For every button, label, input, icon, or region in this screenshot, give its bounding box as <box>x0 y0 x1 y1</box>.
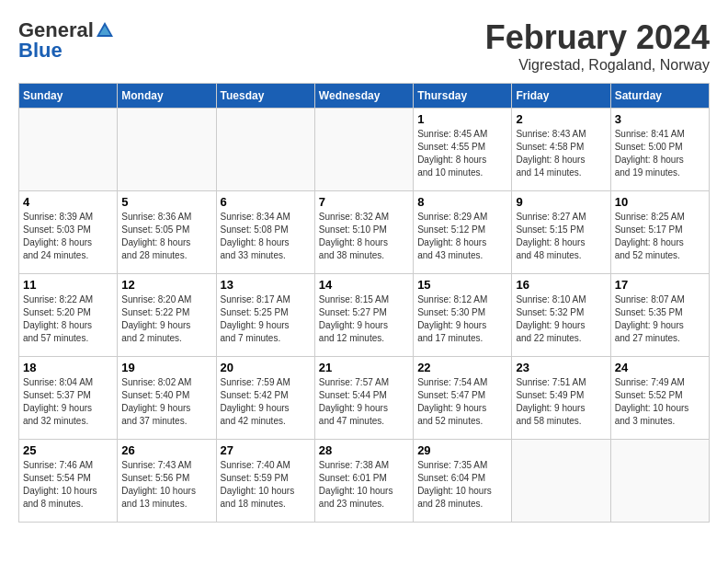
day-number: 26 <box>121 443 211 457</box>
calendar-header-row: SundayMondayTuesdayWednesdayThursdayFrid… <box>19 84 710 109</box>
day-info: Sunrise: 8:39 AM Sunset: 5:03 PM Dayligh… <box>23 211 113 262</box>
day-info: Sunrise: 8:34 AM Sunset: 5:08 PM Dayligh… <box>221 211 311 262</box>
calendar-cell: 18Sunrise: 8:04 AM Sunset: 5:37 PM Dayli… <box>19 357 118 440</box>
day-number: 15 <box>417 278 507 292</box>
day-number: 28 <box>319 443 409 457</box>
day-number: 20 <box>221 361 311 374</box>
calendar-cell: 11Sunrise: 8:22 AM Sunset: 5:20 PM Dayli… <box>19 274 118 357</box>
calendar-cell: 4Sunrise: 8:39 AM Sunset: 5:03 PM Daylig… <box>19 191 118 274</box>
header-cell-sunday: Sunday <box>19 84 118 109</box>
day-info: Sunrise: 7:40 AM Sunset: 5:59 PM Dayligh… <box>221 459 311 511</box>
day-number: 2 <box>516 112 606 126</box>
subtitle: Vigrestad, Rogaland, Norway <box>485 57 710 74</box>
header-cell-tuesday: Tuesday <box>216 84 314 109</box>
day-info: Sunrise: 8:43 AM Sunset: 4:58 PM Dayligh… <box>516 128 606 179</box>
calendar-cell: 22Sunrise: 7:54 AM Sunset: 5:47 PM Dayli… <box>414 357 512 440</box>
calendar-cell: 28Sunrise: 7:38 AM Sunset: 6:01 PM Dayli… <box>314 440 413 523</box>
calendar: SundayMondayTuesdayWednesdayThursdayFrid… <box>18 83 710 523</box>
day-info: Sunrise: 7:35 AM Sunset: 6:04 PM Dayligh… <box>417 459 507 511</box>
calendar-cell: 7Sunrise: 8:32 AM Sunset: 5:10 PM Daylig… <box>314 191 413 274</box>
header-cell-friday: Friday <box>512 84 610 109</box>
calendar-cell: 8Sunrise: 8:29 AM Sunset: 5:12 PM Daylig… <box>414 191 512 274</box>
calendar-cell: 2Sunrise: 8:43 AM Sunset: 4:58 PM Daylig… <box>512 109 610 191</box>
day-number: 29 <box>417 443 507 457</box>
calendar-cell: 19Sunrise: 8:02 AM Sunset: 5:40 PM Dayli… <box>118 357 216 440</box>
logo-icon <box>95 20 115 40</box>
calendar-cell <box>314 109 413 191</box>
day-number: 10 <box>615 195 705 209</box>
calendar-cell: 12Sunrise: 8:20 AM Sunset: 5:22 PM Dayli… <box>118 274 216 357</box>
day-info: Sunrise: 7:38 AM Sunset: 6:01 PM Dayligh… <box>319 459 409 511</box>
day-number: 13 <box>221 278 311 292</box>
month-title: February 2024 <box>485 18 710 57</box>
day-info: Sunrise: 7:46 AM Sunset: 5:54 PM Dayligh… <box>23 459 113 511</box>
calendar-week-row: 1Sunrise: 8:45 AM Sunset: 4:55 PM Daylig… <box>19 109 710 191</box>
day-info: Sunrise: 7:59 AM Sunset: 5:42 PM Dayligh… <box>221 376 311 428</box>
calendar-cell <box>19 109 118 191</box>
day-info: Sunrise: 7:57 AM Sunset: 5:44 PM Dayligh… <box>319 376 409 428</box>
logo: General Blue <box>18 18 116 63</box>
day-number: 24 <box>615 361 705 374</box>
header-cell-saturday: Saturday <box>610 84 709 109</box>
day-number: 8 <box>417 195 507 209</box>
calendar-cell: 5Sunrise: 8:36 AM Sunset: 5:05 PM Daylig… <box>118 191 216 274</box>
day-number: 14 <box>319 278 409 292</box>
logo-blue: Blue <box>18 39 63 63</box>
day-info: Sunrise: 8:32 AM Sunset: 5:10 PM Dayligh… <box>319 211 409 262</box>
calendar-week-row: 4Sunrise: 8:39 AM Sunset: 5:03 PM Daylig… <box>19 191 710 274</box>
day-info: Sunrise: 8:15 AM Sunset: 5:27 PM Dayligh… <box>319 293 409 345</box>
calendar-cell: 3Sunrise: 8:41 AM Sunset: 5:00 PM Daylig… <box>610 109 709 191</box>
day-info: Sunrise: 8:25 AM Sunset: 5:17 PM Dayligh… <box>615 211 705 262</box>
day-info: Sunrise: 8:17 AM Sunset: 5:25 PM Dayligh… <box>221 293 311 345</box>
day-info: Sunrise: 8:12 AM Sunset: 5:30 PM Dayligh… <box>417 293 507 345</box>
calendar-cell: 16Sunrise: 8:10 AM Sunset: 5:32 PM Dayli… <box>512 274 610 357</box>
day-number: 16 <box>516 278 606 292</box>
day-info: Sunrise: 7:54 AM Sunset: 5:47 PM Dayligh… <box>417 376 507 428</box>
calendar-cell: 15Sunrise: 8:12 AM Sunset: 5:30 PM Dayli… <box>414 274 512 357</box>
calendar-cell: 9Sunrise: 8:27 AM Sunset: 5:15 PM Daylig… <box>512 191 610 274</box>
calendar-cell <box>118 109 216 191</box>
day-info: Sunrise: 8:29 AM Sunset: 5:12 PM Dayligh… <box>417 211 507 262</box>
calendar-cell <box>512 440 610 523</box>
day-info: Sunrise: 8:10 AM Sunset: 5:32 PM Dayligh… <box>516 293 606 345</box>
day-info: Sunrise: 8:02 AM Sunset: 5:40 PM Dayligh… <box>121 376 211 428</box>
day-number: 22 <box>417 361 507 374</box>
day-info: Sunrise: 8:04 AM Sunset: 5:37 PM Dayligh… <box>23 376 113 428</box>
calendar-cell: 21Sunrise: 7:57 AM Sunset: 5:44 PM Dayli… <box>314 357 413 440</box>
day-number: 5 <box>121 195 211 209</box>
calendar-cell: 29Sunrise: 7:35 AM Sunset: 6:04 PM Dayli… <box>414 440 512 523</box>
day-info: Sunrise: 8:27 AM Sunset: 5:15 PM Dayligh… <box>516 211 606 262</box>
calendar-week-row: 18Sunrise: 8:04 AM Sunset: 5:37 PM Dayli… <box>19 357 710 440</box>
day-number: 21 <box>319 361 409 374</box>
calendar-week-row: 11Sunrise: 8:22 AM Sunset: 5:20 PM Dayli… <box>19 274 710 357</box>
calendar-cell: 26Sunrise: 7:43 AM Sunset: 5:56 PM Dayli… <box>118 440 216 523</box>
calendar-cell: 17Sunrise: 8:07 AM Sunset: 5:35 PM Dayli… <box>610 274 709 357</box>
header-cell-wednesday: Wednesday <box>314 84 413 109</box>
header: General Blue February 2024 Vigrestad, Ro… <box>18 18 710 74</box>
calendar-cell: 23Sunrise: 7:51 AM Sunset: 5:49 PM Dayli… <box>512 357 610 440</box>
calendar-week-row: 25Sunrise: 7:46 AM Sunset: 5:54 PM Dayli… <box>19 440 710 523</box>
calendar-cell: 1Sunrise: 8:45 AM Sunset: 4:55 PM Daylig… <box>414 109 512 191</box>
day-number: 12 <box>121 278 211 292</box>
day-number: 19 <box>121 361 211 374</box>
day-info: Sunrise: 8:22 AM Sunset: 5:20 PM Dayligh… <box>23 293 113 345</box>
day-number: 27 <box>221 443 311 457</box>
calendar-cell: 6Sunrise: 8:34 AM Sunset: 5:08 PM Daylig… <box>216 191 314 274</box>
day-info: Sunrise: 7:51 AM Sunset: 5:49 PM Dayligh… <box>516 376 606 428</box>
calendar-cell: 14Sunrise: 8:15 AM Sunset: 5:27 PM Dayli… <box>314 274 413 357</box>
day-info: Sunrise: 7:49 AM Sunset: 5:52 PM Dayligh… <box>615 376 705 428</box>
calendar-cell: 27Sunrise: 7:40 AM Sunset: 5:59 PM Dayli… <box>216 440 314 523</box>
day-info: Sunrise: 7:43 AM Sunset: 5:56 PM Dayligh… <box>121 459 211 511</box>
day-info: Sunrise: 8:45 AM Sunset: 4:55 PM Dayligh… <box>417 128 507 179</box>
day-number: 4 <box>23 195 113 209</box>
calendar-cell: 10Sunrise: 8:25 AM Sunset: 5:17 PM Dayli… <box>610 191 709 274</box>
day-number: 1 <box>417 112 507 126</box>
day-number: 6 <box>221 195 311 209</box>
day-info: Sunrise: 8:20 AM Sunset: 5:22 PM Dayligh… <box>121 293 211 345</box>
day-info: Sunrise: 8:36 AM Sunset: 5:05 PM Dayligh… <box>121 211 211 262</box>
day-number: 7 <box>319 195 409 209</box>
calendar-cell: 24Sunrise: 7:49 AM Sunset: 5:52 PM Dayli… <box>610 357 709 440</box>
calendar-cell <box>610 440 709 523</box>
day-number: 17 <box>615 278 705 292</box>
day-number: 9 <box>516 195 606 209</box>
